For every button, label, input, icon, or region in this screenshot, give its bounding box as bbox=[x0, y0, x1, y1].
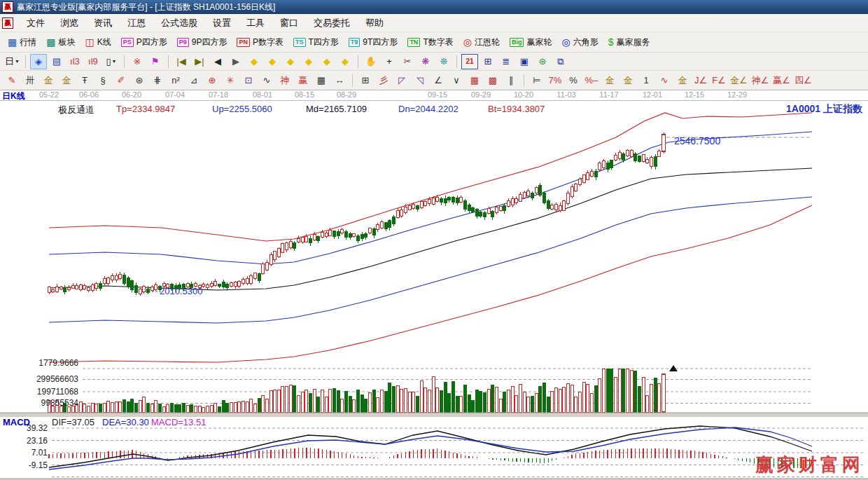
web-export-icon[interactable]: ⊛ bbox=[534, 54, 551, 69]
notes-icon[interactable]: ≣ bbox=[498, 54, 514, 69]
diamond-fit-icon[interactable]: ◆ bbox=[318, 54, 335, 69]
spiral-icon[interactable]: § bbox=[94, 73, 111, 88]
hexagon-button[interactable]: ◎六角形 bbox=[556, 34, 603, 50]
hand-pan-icon[interactable]: ✋ bbox=[363, 54, 379, 69]
kline-button[interactable]: ◫K线 bbox=[80, 34, 115, 50]
v-lines-icon[interactable]: ∨ bbox=[448, 73, 465, 88]
golden-under-icon[interactable]: 金 bbox=[674, 73, 691, 88]
p-square-button[interactable]: PSP四方形 bbox=[116, 34, 172, 50]
indicator-name: 极反通道 bbox=[58, 104, 94, 116]
menu-item-2[interactable]: 资讯 bbox=[86, 17, 120, 29]
pattern-red-icon[interactable]: ※ bbox=[129, 54, 146, 69]
fan-lines-icon[interactable]: 彡 bbox=[375, 73, 392, 88]
percent-icon[interactable]: % bbox=[565, 73, 582, 88]
indicator-md-value: Md=2165.7109 bbox=[306, 104, 367, 114]
f-angle-icon[interactable]: F∠ bbox=[710, 73, 727, 88]
gann-grid-icon[interactable]: ◈ bbox=[30, 54, 47, 69]
menu-item-7[interactable]: 窗口 bbox=[272, 17, 306, 29]
grid-123-icon[interactable]: ▦ bbox=[313, 73, 330, 88]
ying-angle-icon[interactable]: 赢∠ bbox=[771, 73, 792, 88]
diamond-right-icon[interactable]: ◆ bbox=[264, 54, 281, 69]
percent-ruler-icon[interactable]: ⊨ bbox=[528, 73, 545, 88]
flag-icon[interactable]: ⚑ bbox=[147, 54, 164, 69]
j-angle-icon[interactable]: J∠ bbox=[692, 73, 709, 88]
p-number-table-button[interactable]: PNP数字表 bbox=[232, 34, 288, 50]
ying-tool-icon[interactable]: 赢 bbox=[295, 73, 312, 88]
fib-lines-icon[interactable]: Ŧ bbox=[76, 73, 93, 88]
menu-item-4[interactable]: 公式选股 bbox=[153, 17, 205, 29]
fan-box2-icon[interactable]: ◹ bbox=[412, 73, 428, 88]
winner-wheel-button[interactable]: Big赢家轮 bbox=[505, 34, 557, 50]
menu-item-9[interactable]: 帮助 bbox=[358, 17, 391, 29]
marker-pen-icon[interactable]: ✐ bbox=[113, 73, 130, 88]
winner-service-button[interactable]: $赢家服务 bbox=[603, 34, 655, 50]
angle-lines-icon[interactable]: ∠ bbox=[430, 73, 447, 88]
t-square-button[interactable]: TST四方形 bbox=[288, 34, 344, 50]
t-number-table-button-label: T数字表 bbox=[423, 36, 453, 48]
step-forward-icon[interactable]: ▶ bbox=[227, 54, 244, 69]
ruler-lines-icon[interactable]: ⋕ bbox=[149, 73, 166, 88]
calculator-icon[interactable]: ⊞ bbox=[479, 54, 496, 69]
measure-icon[interactable]: ✂ bbox=[399, 54, 416, 69]
menu-item-1[interactable]: 浏览 bbox=[52, 17, 86, 29]
diamond-compress-icon[interactable]: ◆ bbox=[300, 54, 317, 69]
shen-angle-icon[interactable]: 神∠ bbox=[750, 73, 771, 88]
quotes-button[interactable]: ▦行情 bbox=[3, 34, 41, 50]
print-icon[interactable]: ⧉ bbox=[552, 54, 569, 69]
t-number-table-button[interactable]: TNT数字表 bbox=[402, 34, 458, 50]
calendar-21-icon[interactable]: 21 bbox=[461, 54, 478, 69]
diamond-expand-icon[interactable]: ◆ bbox=[282, 54, 299, 69]
candle-style-button[interactable]: ▯▼ bbox=[103, 54, 120, 69]
parallel-lines-icon[interactable]: ∥ bbox=[503, 73, 519, 88]
golden-rule-icon[interactable]: 金 bbox=[620, 73, 636, 88]
fan-box-icon[interactable]: ◸ bbox=[393, 73, 410, 88]
four-angle-icon[interactable]: 四∠ bbox=[793, 73, 813, 88]
menu-item-8[interactable]: 交易委托 bbox=[306, 17, 358, 29]
step-back-icon[interactable]: ◀ bbox=[209, 54, 226, 69]
seven-percent-icon[interactable]: 7% bbox=[547, 73, 564, 88]
golden-lines2-icon[interactable]: 金 bbox=[58, 73, 75, 88]
n-square-icon[interactable]: n² bbox=[167, 73, 184, 88]
boxed-star-icon[interactable]: ⊡ bbox=[240, 73, 257, 88]
kline-button-label: K线 bbox=[97, 36, 111, 48]
angle-ruler-icon[interactable]: ⊿ bbox=[186, 73, 202, 88]
grid-red-icon[interactable]: ▦ bbox=[466, 73, 483, 88]
macd-dif-value: DIF=37.05 bbox=[52, 417, 94, 427]
box-ruler-icon[interactable]: ⊞ bbox=[357, 73, 374, 88]
shen-tool-icon[interactable]: 神 bbox=[276, 73, 293, 88]
crosshair-icon[interactable]: + bbox=[381, 54, 398, 69]
target-icon[interactable]: ⊕ bbox=[204, 73, 220, 88]
diamond-left-icon[interactable]: ◆ bbox=[246, 54, 262, 69]
menu-item-6[interactable]: 工具 bbox=[239, 17, 272, 29]
gann-wheel-button[interactable]: ◎江恩轮 bbox=[458, 34, 505, 50]
period-day-button[interactable]: 日▼ bbox=[4, 54, 21, 69]
golden-lines-icon[interactable]: 金 bbox=[40, 73, 57, 88]
gann-lines-icon[interactable]: 卅 bbox=[22, 73, 38, 88]
9p-square-button[interactable]: P99P四方形 bbox=[172, 34, 232, 50]
sectors-button[interactable]: ▩板块 bbox=[41, 34, 80, 50]
gann-flower-icon[interactable]: ❋ bbox=[417, 54, 434, 69]
golden-circle-icon[interactable]: 金 bbox=[601, 73, 618, 88]
pen-tool-icon[interactable]: ✎ bbox=[4, 73, 20, 88]
info-doc-icon[interactable]: ▤ bbox=[48, 54, 65, 69]
cycle-icon[interactable]: ❊ bbox=[435, 54, 452, 69]
goto-last-icon[interactable]: ▶| bbox=[191, 54, 208, 69]
star-burst-icon[interactable]: ✳ bbox=[222, 73, 239, 88]
percent-line-icon[interactable]: %– bbox=[583, 73, 600, 88]
note-pen-icon[interactable]: 1 bbox=[638, 73, 654, 88]
bars-9-icon[interactable]: ıl9 bbox=[85, 54, 102, 69]
menu-item-0[interactable]: 文件 bbox=[19, 17, 52, 29]
gann-circle-icon[interactable]: ⊛ bbox=[131, 73, 148, 88]
spacing-icon[interactable]: ↔ bbox=[331, 73, 348, 88]
gold-angle-icon[interactable]: 金∠ bbox=[729, 73, 749, 88]
menu-item-5[interactable]: 设置 bbox=[205, 17, 239, 29]
menu-item-3[interactable]: 江恩 bbox=[120, 17, 153, 29]
diamond-cross-icon[interactable]: ◆ bbox=[337, 54, 354, 69]
zigzag-icon[interactable]: ∿ bbox=[258, 73, 275, 88]
save-icon[interactable]: ▣ bbox=[516, 54, 533, 69]
goto-first-icon[interactable]: |◀ bbox=[173, 54, 190, 69]
wave-red-icon[interactable]: ∿ bbox=[656, 73, 673, 88]
bars-3-icon[interactable]: ıl3 bbox=[66, 54, 83, 69]
9t-square-button[interactable]: T99T四方形 bbox=[344, 34, 403, 50]
grid-red2-icon[interactable]: ▩ bbox=[484, 73, 501, 88]
